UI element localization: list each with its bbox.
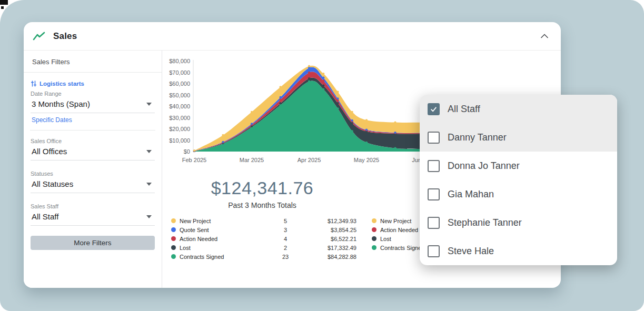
legend-row: Action Needed 4 $6,522.21 — [171, 234, 356, 243]
legend-dot — [171, 236, 176, 241]
legend-label: Quote Sent — [180, 227, 272, 233]
legend-dot — [171, 254, 176, 259]
staff-option-all-staff[interactable]: All Staff — [420, 95, 617, 123]
legend-amount: $17,332.49 — [299, 245, 356, 251]
checkbox[interactable] — [428, 103, 440, 115]
staff-option-steve-hale[interactable]: Steve Hale — [420, 237, 617, 265]
date-range-label: Date Range — [31, 91, 155, 97]
total-amount: $124,341.76 — [170, 178, 354, 198]
checkmark-icon — [430, 105, 438, 113]
legend-dot — [171, 218, 176, 223]
sales-office-select[interactable]: All Offices — [31, 146, 155, 160]
collapse-button[interactable] — [539, 32, 550, 41]
legend-amount: $12,349.93 — [299, 218, 356, 224]
caret-down-icon — [146, 183, 152, 186]
legend-row: Contracts Signed 23 $84,282.88 — [171, 252, 356, 261]
legend-label: New Project — [180, 218, 272, 224]
sales-staff-value: All Staff — [32, 212, 58, 221]
sales-office-value: All Offices — [32, 147, 67, 156]
legend-label: Contracts Signed — [180, 254, 272, 260]
legend-row: Quote Sent 3 $3,854.25 — [171, 225, 356, 234]
svg-text:$80,000: $80,000 — [169, 58, 190, 64]
staff-option-donna-jo-tanner[interactable]: Donna Jo Tanner — [420, 152, 617, 180]
legend-count: 4 — [272, 236, 299, 242]
legend-dot — [372, 227, 377, 232]
date-range-select[interactable]: 3 Months (Span) — [31, 98, 155, 113]
svg-text:May 2025: May 2025 — [354, 157, 379, 163]
logistics-starts-label: Logistics starts — [39, 81, 84, 87]
legend-dot — [171, 245, 176, 250]
trend-line-icon — [33, 32, 45, 41]
checkbox[interactable] — [428, 245, 440, 257]
checkbox[interactable] — [428, 188, 440, 200]
chevron-up-icon — [541, 34, 548, 38]
svg-text:Feb 2025: Feb 2025 — [182, 157, 206, 163]
checkbox[interactable] — [428, 132, 440, 144]
legend-count: 2 — [272, 245, 299, 251]
caret-down-icon — [146, 103, 152, 106]
legend-label: Lost — [180, 245, 272, 251]
total-subtitle: Past 3 Months Totals — [170, 201, 354, 209]
staff-option-label: All Staff — [448, 104, 480, 115]
staff-option-label: Steve Hale — [448, 246, 494, 257]
screen-artifact — [0, 0, 8, 5]
sales-staff-dropdown: All Staff Danny Tanner Donna Jo Tanner G… — [420, 95, 617, 265]
staff-option-label: Gia Mahan — [448, 189, 494, 200]
more-filters-button[interactable]: More Filters — [31, 236, 155, 250]
tune-icon — [31, 81, 37, 87]
staff-option-label: Donna Jo Tanner — [448, 160, 520, 172]
staff-option-stephanie-tanner[interactable]: Stephanie Tanner — [420, 208, 617, 237]
legend-label: Action Needed — [180, 236, 272, 242]
svg-text:$30,000: $30,000 — [169, 115, 190, 121]
legend-dot — [372, 245, 377, 250]
legend-amount: $84,282.88 — [299, 254, 356, 260]
svg-text:$60,000: $60,000 — [169, 81, 190, 87]
legend-row: Lost 2 $17,332.49 — [171, 243, 356, 252]
svg-text:$20,000: $20,000 — [169, 126, 190, 132]
divider — [30, 130, 155, 131]
legend-dot — [171, 227, 176, 232]
checkbox[interactable] — [428, 160, 440, 172]
legend-dot — [372, 236, 377, 241]
legend-count: 3 — [272, 227, 299, 233]
staff-option-gia-mahan[interactable]: Gia Mahan — [420, 180, 617, 208]
legend-dot — [372, 218, 377, 223]
chart-legend: New Project 5 $12,349.93 Quote Sent 3 $3… — [171, 216, 356, 261]
caret-down-icon — [146, 150, 152, 153]
svg-text:Mar 2025: Mar 2025 — [240, 157, 264, 163]
legend-amount: $6,522.21 — [299, 236, 356, 242]
sales-office-label: Sales Office — [31, 138, 155, 144]
sales-filters-panel: Sales Filters Logistics starts Date Rang… — [24, 51, 162, 288]
date-range-value: 3 Months (Span) — [32, 99, 90, 108]
svg-text:$10,000: $10,000 — [169, 137, 190, 144]
staff-option-label: Danny Tanner — [448, 132, 507, 143]
page-title: Sales — [53, 31, 77, 42]
legend-count: 23 — [272, 254, 299, 260]
sales-staff-select[interactable]: All Staff — [31, 211, 155, 226]
statuses-select[interactable]: All Statuses — [31, 178, 155, 193]
svg-text:$50,000: $50,000 — [169, 92, 190, 98]
caret-down-icon — [146, 215, 152, 218]
logistics-starts-link[interactable]: Logistics starts — [31, 81, 155, 87]
sales-staff-label: Sales Staff — [31, 203, 155, 209]
totals-summary: $124,341.76 Past 3 Months Totals — [170, 178, 354, 209]
specific-dates-link[interactable]: Specific Dates — [31, 113, 73, 130]
card-header: Sales — [24, 22, 561, 51]
legend-amount: $3,854.25 — [299, 227, 356, 233]
legend-row: New Project 5 $12,349.93 — [171, 216, 356, 225]
svg-text:Apr 2025: Apr 2025 — [298, 157, 321, 163]
staff-option-label: Stephanie Tanner — [448, 217, 522, 228]
screen-artifact — [1, 6, 4, 9]
svg-text:$70,000: $70,000 — [169, 69, 190, 76]
svg-text:$40,000: $40,000 — [169, 103, 190, 109]
svg-text:$0: $0 — [184, 148, 190, 155]
staff-option-danny-tanner[interactable]: Danny Tanner — [420, 123, 617, 152]
filters-header: Sales Filters — [24, 51, 162, 73]
statuses-value: All Statuses — [32, 179, 73, 188]
legend-count: 5 — [272, 218, 299, 224]
statuses-label: Statuses — [31, 170, 155, 177]
checkbox[interactable] — [428, 217, 440, 229]
